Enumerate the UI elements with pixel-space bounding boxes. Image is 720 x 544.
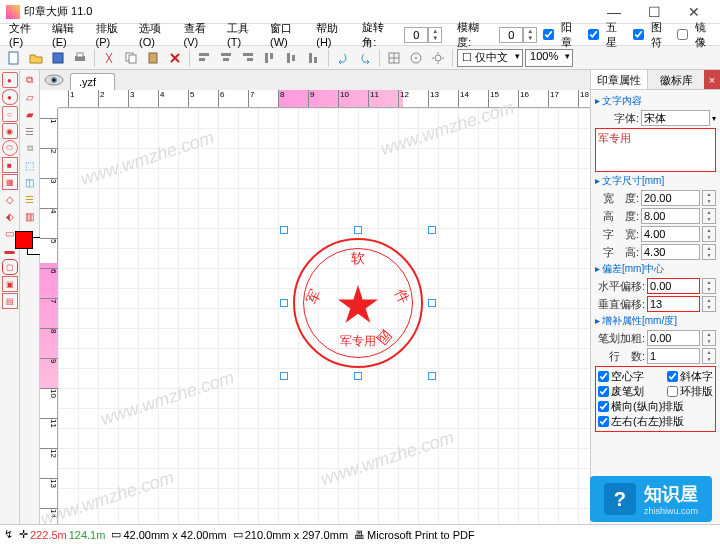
circle3-icon[interactable]: ◉ (2, 123, 18, 139)
svg-rect-18 (314, 57, 317, 63)
square2-icon[interactable]: ▣ (2, 276, 18, 292)
chk-mirror[interactable]: 镜像 (677, 18, 716, 52)
chk-symbol[interactable]: 图符 (633, 18, 672, 52)
handle-w[interactable] (280, 299, 288, 307)
handle-sw[interactable] (280, 372, 288, 380)
font-select[interactable]: 宋体 (641, 110, 710, 126)
shape-f-icon[interactable]: ◫ (22, 174, 38, 190)
tab-seal-props[interactable]: 印章属性 (591, 70, 648, 89)
h-offset-input[interactable]: 0.00 (647, 278, 700, 294)
redo-icon[interactable] (355, 48, 375, 68)
delete-icon[interactable] (165, 48, 185, 68)
shape-d-icon[interactable]: ⧈ (22, 140, 38, 156)
chk-hollow[interactable]: 空心字 (598, 369, 644, 384)
lines-input[interactable]: 1 (647, 348, 700, 364)
circle2-icon[interactable]: ○ (2, 106, 18, 122)
new-icon[interactable] (4, 48, 24, 68)
crop-icon[interactable]: ⧉ (22, 72, 38, 88)
char-width-input[interactable]: 4.00 (641, 226, 700, 242)
height-input[interactable]: 8.00 (641, 208, 700, 224)
copy-icon[interactable] (121, 48, 141, 68)
svg-rect-9 (221, 53, 231, 56)
panel-close-icon[interactable]: × (704, 70, 720, 89)
handle-e[interactable] (428, 299, 436, 307)
cursor-icon: ↯ (4, 528, 13, 541)
svg-point-21 (415, 57, 417, 59)
chk-lr[interactable]: 左右(右左)排版 (598, 414, 713, 429)
chk-italic[interactable]: 斜体字 (667, 369, 713, 384)
oval-seal-icon[interactable]: ● (2, 89, 18, 105)
circle-seal-icon[interactable]: ● (2, 72, 18, 88)
square3-icon[interactable]: ▤ (2, 293, 18, 309)
zoom-combo[interactable]: 100% (525, 49, 573, 67)
rotation-spinner[interactable]: ▲▼ (404, 27, 442, 43)
menu-layout[interactable]: 排版(P) (91, 19, 133, 50)
width-input[interactable]: 20.00 (641, 190, 700, 206)
chk-yang[interactable]: 阳章 (543, 18, 582, 52)
window-title: 印章大师 11.0 (24, 4, 594, 19)
tab-logo-lib[interactable]: 徽标库 (648, 70, 704, 89)
shape-b-icon[interactable]: ▰ (22, 106, 38, 122)
align3-icon[interactable] (238, 48, 258, 68)
handle-se[interactable] (428, 372, 436, 380)
print-icon[interactable] (70, 48, 90, 68)
shape-a-icon[interactable]: ▱ (22, 89, 38, 105)
diamond-icon[interactable]: ◇ (2, 191, 18, 207)
chk-horiz[interactable]: 横向(纵向)排版 (598, 399, 713, 414)
menu-edit[interactable]: 编辑(E) (47, 19, 89, 50)
text-content-input[interactable]: 军专用 (595, 128, 716, 172)
menu-file[interactable]: 文件(F) (4, 19, 45, 50)
paste-icon[interactable] (143, 48, 163, 68)
chk-star[interactable]: 五星 (588, 18, 627, 52)
status-page: 210.0mm x 297.0mm (245, 529, 348, 541)
shape-e-icon[interactable]: ⬚ (22, 157, 38, 173)
document-tab[interactable]: .yzf (70, 73, 115, 90)
seal-object[interactable]: 软 件 园 军 军专用 (293, 238, 423, 368)
snap-icon[interactable] (406, 48, 426, 68)
menu-help[interactable]: 帮助(H) (311, 19, 353, 50)
menu-window[interactable]: 窗口(W) (265, 19, 309, 50)
align6-icon[interactable] (304, 48, 324, 68)
handle-ne[interactable] (428, 226, 436, 234)
handle-nw[interactable] (280, 226, 288, 234)
chk-waste[interactable]: 废笔划 (598, 384, 644, 399)
grid-seal-icon[interactable]: ▦ (2, 174, 18, 190)
menu-view[interactable]: 查看(V) (179, 19, 221, 50)
undo-icon[interactable] (333, 48, 353, 68)
svg-rect-1 (53, 53, 63, 63)
open-icon[interactable] (26, 48, 46, 68)
align1-icon[interactable] (194, 48, 214, 68)
v-offset-input[interactable]: 13 (647, 296, 700, 312)
square-seal-icon[interactable]: ■ (2, 157, 18, 173)
cut-icon[interactable] (99, 48, 119, 68)
align5-icon[interactable] (282, 48, 302, 68)
oval2-icon[interactable]: ⬭ (2, 140, 18, 156)
diamond2-icon[interactable]: ⬖ (2, 208, 18, 224)
align2-icon[interactable] (216, 48, 236, 68)
svg-rect-10 (223, 58, 229, 61)
status-x: 222.5m (30, 529, 67, 541)
cn-only-combo[interactable]: ☐ 仅中文 (457, 49, 523, 67)
settings-icon[interactable] (428, 48, 448, 68)
shape-h-icon[interactable]: ▥ (22, 208, 38, 224)
char-height-input[interactable]: 4.30 (641, 244, 700, 260)
chk-ring[interactable]: 环排版 (667, 384, 713, 399)
handle-s[interactable] (354, 372, 362, 380)
blur-spinner[interactable]: ▲▼ (499, 27, 537, 43)
svg-rect-17 (309, 53, 312, 63)
shape-toolbar-1: ● ● ○ ◉ ⬭ ■ ▦ ◇ ⬖ ▭ ▬ ▢ ▣ ▤ (0, 70, 20, 524)
bold-input[interactable]: 0.00 (647, 330, 700, 346)
menu-tools[interactable]: 工具(T) (222, 19, 263, 50)
handle-n[interactable] (354, 226, 362, 234)
grid-icon[interactable] (384, 48, 404, 68)
section-text-content: 文字内容 (595, 94, 716, 108)
round-rect-icon[interactable]: ▢ (2, 259, 18, 275)
align4-icon[interactable] (260, 48, 280, 68)
canvas[interactable]: www.wmzhe.com www.wmzhe.com www.wmzhe.co… (58, 108, 590, 524)
shape-c-icon[interactable]: ☰ (22, 123, 38, 139)
menu-options[interactable]: 选项(O) (134, 19, 177, 50)
save-icon[interactable] (48, 48, 68, 68)
star-icon (338, 283, 378, 323)
brand-name: 知识屋 (644, 482, 698, 506)
shape-g-icon[interactable]: ☰ (22, 191, 38, 207)
